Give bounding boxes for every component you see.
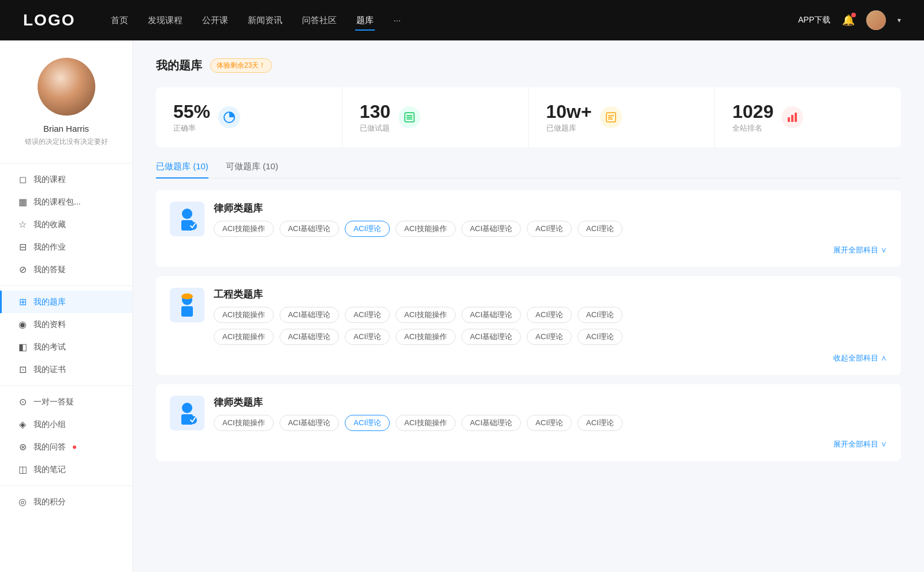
tag-0-6[interactable]: ACI理论: [578, 221, 623, 237]
qa-icon: ⊛: [17, 441, 28, 452]
sidebar-item-my-course[interactable]: ◻ 我的课程: [0, 168, 132, 191]
sidebar-item-certificate[interactable]: ⊡ 我的证书: [0, 358, 132, 381]
stat-done-text: 130 已做试题: [360, 101, 390, 133]
sidebar-label-course-package: 我的课程包...: [33, 197, 81, 207]
qbank-icon-0: [170, 202, 204, 236]
user-avatar: [38, 58, 95, 116]
tab-available-banks[interactable]: 可做题库 (10): [226, 161, 278, 178]
expand-collapse-2[interactable]: 展开全部科目 ∨: [170, 439, 887, 450]
tag-1-7[interactable]: ACI技能操作: [214, 329, 274, 345]
done-banks-icon: [600, 106, 622, 128]
sidebar-item-group[interactable]: ◈ 我的小组: [0, 413, 132, 436]
stat-ranking-value: 1029: [732, 101, 773, 122]
tag-2-5[interactable]: ACI理论: [527, 415, 572, 431]
sidebar-item-homework[interactable]: ⊟ 我的作业: [0, 236, 132, 258]
chat-icon: ⊙: [17, 396, 28, 407]
tag-0-3[interactable]: ACI技能操作: [396, 221, 456, 237]
tag-2-4[interactable]: ACI基础理论: [461, 415, 521, 431]
pie-chart-icon: [223, 111, 236, 124]
sidebar-item-notes[interactable]: ◫ 我的笔记: [0, 458, 132, 481]
tag-1-9[interactable]: ACI理论: [345, 329, 390, 345]
avatar[interactable]: [866, 10, 886, 30]
nav-open-course[interactable]: 公开课: [201, 13, 229, 28]
stats-row: 55% 正确率 130 已做试题: [156, 87, 901, 147]
qbank-title-0: 律师类题库: [214, 202, 623, 215]
sidebar-item-qa[interactable]: ⊘ 我的答疑: [0, 258, 132, 281]
nav-discover[interactable]: 发现课程: [147, 13, 184, 28]
tag-1-0[interactable]: ACI技能操作: [214, 307, 274, 323]
expand-collapse-1[interactable]: 收起全部科目 ∧: [170, 353, 887, 363]
accuracy-icon: [218, 106, 240, 128]
tag-1-3[interactable]: ACI技能操作: [396, 307, 456, 323]
chevron-down-icon[interactable]: ▾: [897, 16, 901, 24]
nav-right: APP下载 🔔 ▾: [798, 10, 901, 30]
tag-1-2[interactable]: ACI理论: [345, 307, 390, 323]
sidebar-item-course-package[interactable]: ▦ 我的课程包...: [0, 191, 132, 213]
stat-banks-text: 10w+ 已做题库: [546, 101, 592, 133]
sidebar-label-homework: 我的作业: [33, 242, 66, 252]
tag-1-12[interactable]: ACI理论: [527, 329, 572, 345]
stat-done-questions: 130 已做试题: [342, 87, 529, 147]
tag-0-4[interactable]: ACI基础理论: [461, 221, 521, 237]
sidebar-label-exam: 我的考试: [33, 342, 66, 352]
notification-bell-icon[interactable]: 🔔: [842, 14, 855, 27]
sidebar-item-favorites[interactable]: ☆ 我的收藏: [0, 213, 132, 236]
sidebar-item-profile[interactable]: ◉ 我的资料: [0, 313, 132, 336]
tag-1-10[interactable]: ACI技能操作: [396, 329, 456, 345]
page-title: 我的题库: [156, 58, 202, 73]
sidebar-label-one-on-one: 一对一答疑: [33, 397, 74, 407]
stat-done-value: 130: [360, 101, 390, 122]
svg-rect-18: [184, 294, 190, 297]
sidebar: Brian Harris 错误的决定比没有决定要好 ◻ 我的课程 ▦ 我的课程包…: [0, 40, 133, 572]
tag-0-1[interactable]: ACI基础理论: [280, 221, 340, 237]
qbank-section-0: 律师类题库 ACI技能操作 ACI基础理论 ACI理论 ACI技能操作 ACI基…: [156, 190, 901, 267]
nav-question-bank[interactable]: 题库: [355, 13, 375, 28]
main-content: 我的题库 体验剩余23天！ 55% 正确率 130: [133, 40, 924, 572]
tag-1-5[interactable]: ACI理论: [527, 307, 572, 323]
tag-2-0[interactable]: ACI技能操作: [214, 415, 274, 431]
stat-banks-label: 已做题库: [546, 124, 576, 132]
expand-collapse-0[interactable]: 展开全部科目 ∨: [170, 245, 887, 255]
tab-done-banks[interactable]: 已做题库 (10): [156, 161, 208, 178]
tag-0-5[interactable]: ACI理论: [527, 221, 572, 237]
tag-2-3[interactable]: ACI技能操作: [396, 415, 456, 431]
tag-2-6[interactable]: ACI理论: [578, 415, 623, 431]
nav-home[interactable]: 首页: [110, 13, 129, 28]
notification-dot: [73, 445, 76, 449]
question-bank-icon: ⊞: [17, 296, 28, 307]
tag-1-13[interactable]: ACI理论: [578, 329, 623, 345]
sidebar-item-points[interactable]: ◎ 我的积分: [0, 491, 132, 513]
tag-0-2[interactable]: ACI理论: [345, 221, 390, 237]
lawyer-icon: [173, 205, 202, 233]
user-name: Brian Harris: [43, 124, 89, 133]
avatar-image: [38, 58, 95, 116]
sidebar-item-exam[interactable]: ◧ 我的考试: [0, 336, 132, 358]
engineer-icon: [173, 291, 202, 320]
nav-qa[interactable]: 问答社区: [301, 13, 338, 28]
tag-1-8[interactable]: ACI基础理论: [280, 329, 340, 345]
tag-0-0[interactable]: ACI技能操作: [214, 221, 274, 237]
tag-2-1[interactable]: ACI基础理论: [280, 415, 340, 431]
tag-1-4[interactable]: ACI基础理论: [461, 307, 521, 323]
tag-1-1[interactable]: ACI基础理论: [280, 307, 340, 323]
svg-rect-11: [795, 113, 797, 122]
lawyer-icon-2: [173, 399, 202, 428]
sidebar-item-one-on-one[interactable]: ⊙ 一对一答疑: [0, 391, 132, 413]
sidebar-item-question-bank[interactable]: ⊞ 我的题库: [0, 291, 132, 313]
tag-1-6[interactable]: ACI理论: [578, 307, 623, 323]
qbank-info-1: 工程类题库 ACI技能操作 ACI基础理论 ACI理论 ACI技能操作 ACI基…: [214, 288, 623, 345]
logo: LOGO: [23, 11, 75, 29]
navbar: LOGO 首页 发现课程 公开课 新闻资讯 问答社区 题库 ··· APP下载 …: [0, 0, 924, 40]
nav-news[interactable]: 新闻资讯: [247, 13, 284, 28]
qbank-tags-2: ACI技能操作 ACI基础理论 ACI理论 ACI技能操作 ACI基础理论 AC…: [214, 415, 623, 431]
app-download-button[interactable]: APP下载: [798, 15, 830, 25]
sidebar-item-my-qa[interactable]: ⊛ 我的问答: [0, 436, 132, 458]
user-icon: ◉: [17, 319, 28, 330]
svg-point-12: [182, 209, 192, 219]
sidebar-label-my-course: 我的课程: [33, 174, 66, 185]
sidebar-divider-top: [0, 163, 132, 164]
tag-2-2[interactable]: ACI理论: [345, 415, 390, 431]
nav-more[interactable]: ···: [392, 13, 402, 28]
tag-1-11[interactable]: ACI基础理论: [461, 329, 521, 345]
sidebar-divider-3: [0, 485, 132, 486]
